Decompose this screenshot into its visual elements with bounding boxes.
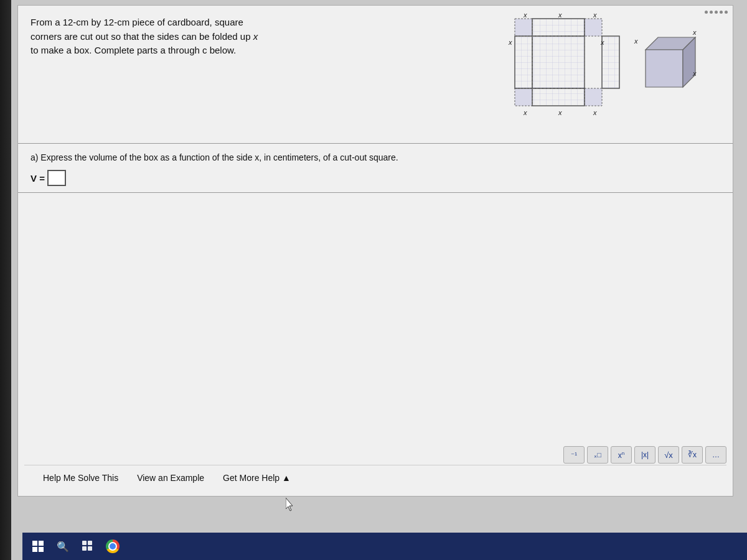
svg-rect-29 xyxy=(82,546,87,551)
problem-text: From a 12-cm by 12-cm piece of cardboard… xyxy=(31,16,258,58)
sqrt-btn[interactable]: √x xyxy=(658,446,679,464)
absolute-btn[interactable]: |x| xyxy=(634,446,655,464)
get-more-help-button[interactable]: Get More Help ▲ xyxy=(223,473,291,483)
left-sidebar xyxy=(0,0,11,560)
help-me-solve-button[interactable]: Help Me Solve This xyxy=(43,473,118,483)
windows-icon xyxy=(32,541,44,552)
taskbar: 🔍 xyxy=(22,533,747,560)
main-content: From a 12-cm by 12-cm piece of cardboard… xyxy=(11,0,747,560)
part-a-section: a) Express the volume of the box as a fu… xyxy=(18,144,733,193)
svg-text:x: x xyxy=(593,12,597,19)
svg-rect-1 xyxy=(585,19,602,36)
svg-text:x: x xyxy=(692,70,697,77)
flat-net-svg: x x x x x x x x xyxy=(496,12,621,137)
superscript-btn[interactable]: xn xyxy=(611,446,632,464)
cursor xyxy=(286,498,296,511)
svg-rect-2 xyxy=(515,88,532,106)
svg-marker-22 xyxy=(646,50,683,87)
box-3d-svg: x x x xyxy=(627,19,708,106)
equation-row: V = xyxy=(31,170,720,186)
svg-text:x: x xyxy=(523,12,527,19)
svg-text:x: x xyxy=(523,109,527,116)
svg-rect-6 xyxy=(532,88,585,106)
svg-text:x: x xyxy=(558,109,562,116)
chrome-icon xyxy=(106,539,120,553)
task-view-button[interactable] xyxy=(77,536,98,557)
cbrt-btn[interactable]: ∛x xyxy=(682,446,703,464)
math-toolbar: ⁻¹ ₓ□ xn |x| √x ∛x … xyxy=(563,446,726,464)
svg-rect-5 xyxy=(532,19,585,36)
svg-text:x: x xyxy=(508,39,512,46)
problem-area: From a 12-cm by 12-cm piece of cardboard… xyxy=(18,6,733,144)
start-button[interactable] xyxy=(27,536,49,557)
problem-line1: From a 12-cm by 12-cm piece of cardboard… xyxy=(31,16,258,30)
svg-text:x: x xyxy=(600,39,604,46)
search-icon: 🔍 xyxy=(57,541,69,553)
svg-rect-27 xyxy=(82,541,87,545)
ellipsis-menu-button[interactable] xyxy=(705,11,728,14)
view-example-button[interactable]: View an Example xyxy=(137,473,204,483)
subscript-btn[interactable]: ₓ□ xyxy=(587,446,608,464)
v-label: V = xyxy=(31,173,45,184)
chrome-button[interactable] xyxy=(102,536,123,557)
svg-text:x: x xyxy=(558,12,562,19)
more-math-btn[interactable]: … xyxy=(705,446,726,464)
svg-text:x: x xyxy=(593,109,597,116)
svg-rect-7 xyxy=(515,36,532,88)
work-area[interactable] xyxy=(18,193,733,411)
diagram-container: x x x x x x x x xyxy=(496,12,708,137)
part-a-text: a) Express the volume of the box as a fu… xyxy=(31,152,720,162)
search-button[interactable]: 🔍 xyxy=(52,536,73,557)
svg-rect-28 xyxy=(88,541,92,545)
question-panel: From a 12-cm by 12-cm piece of cardboard… xyxy=(17,5,733,497)
answer-input-box[interactable] xyxy=(47,170,66,186)
svg-rect-3 xyxy=(585,88,602,106)
task-view-icon xyxy=(82,541,93,552)
svg-rect-4 xyxy=(532,36,585,88)
svg-text:x: x xyxy=(634,37,638,45)
box-3d-diagram: x x x xyxy=(627,19,708,106)
svg-text:x: x xyxy=(692,29,697,36)
problem-line2: corners are cut out so that the sides ca… xyxy=(31,30,258,44)
svg-rect-0 xyxy=(515,19,532,36)
fraction-btn[interactable]: ⁻¹ xyxy=(563,446,585,464)
flat-net-diagram: x x x x x x x x xyxy=(496,12,621,137)
problem-line3: to make a box. Complete parts a through … xyxy=(31,44,258,58)
action-bar: Help Me Solve This View an Example Get M… xyxy=(24,465,726,490)
svg-rect-8 xyxy=(602,36,619,88)
svg-rect-30 xyxy=(88,546,92,551)
